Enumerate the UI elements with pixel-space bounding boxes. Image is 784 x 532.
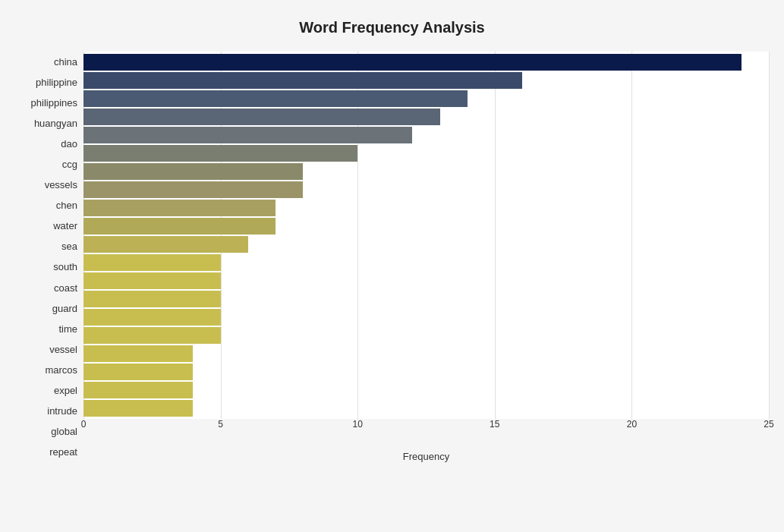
y-labels: chinaphilippinephilippineshuangyandaoccg… <box>15 52 83 462</box>
x-labels-wrapper: 0510152025 <box>83 419 769 434</box>
y-label-water: water <box>53 216 77 236</box>
y-label-south: south <box>53 257 77 277</box>
bar-philippines <box>83 90 468 107</box>
y-label-guard: guard <box>52 298 77 318</box>
x-tick-10: 10 <box>353 419 363 430</box>
y-label-huangyan: huangyan <box>34 114 77 134</box>
grid-line-25 <box>769 52 770 419</box>
chart-container: Word Frequency Analysis chinaphilippinep… <box>0 0 784 532</box>
bar-row-ccg <box>83 144 769 162</box>
bar-intrude <box>83 364 193 380</box>
y-label-ccg: ccg <box>62 155 77 175</box>
bar-sea <box>83 218 276 235</box>
y-label-sea: sea <box>61 237 77 257</box>
bar-row-chen <box>83 181 769 199</box>
y-label-chen: chen <box>56 196 77 216</box>
bar-row-guard <box>83 272 769 290</box>
bar-row-expel <box>83 345 769 363</box>
bar-vessels <box>83 163 303 180</box>
bar-dao <box>83 127 412 143</box>
bar-huangyan <box>83 109 440 125</box>
bar-expel <box>83 345 193 362</box>
x-tick-0: 0 <box>81 419 87 430</box>
chart-title: Word Frequency Analysis <box>15 15 769 36</box>
bar-row-dao <box>83 126 769 144</box>
bar-guard <box>83 272 221 289</box>
y-label-time: time <box>58 319 77 338</box>
x-axis-title: Frequency <box>83 451 769 462</box>
bar-row-vessel <box>83 308 769 326</box>
y-label-expel: expel <box>54 380 77 400</box>
bar-global <box>83 382 193 398</box>
bar-row-global <box>83 381 769 399</box>
bar-marcos <box>83 327 221 344</box>
bar-china <box>83 54 741 71</box>
bar-row-china <box>83 53 769 71</box>
x-tick-20: 20 <box>627 419 637 430</box>
bar-row-marcos <box>83 326 769 345</box>
bars-and-grid: 0510152025 Frequency <box>83 52 769 462</box>
bar-ccg <box>83 145 357 162</box>
x-tick-25: 25 <box>764 419 773 430</box>
bar-row-huangyan <box>83 108 769 126</box>
bar-repeat <box>83 400 193 417</box>
x-tick-5: 5 <box>218 419 223 430</box>
bar-coast <box>83 254 221 271</box>
y-label-china: china <box>54 52 77 72</box>
bar-chen <box>83 181 303 198</box>
y-label-repeat: repeat <box>49 442 77 461</box>
chart-area: chinaphilippinephilippineshuangyandaoccg… <box>15 52 769 462</box>
bar-row-repeat <box>83 399 769 417</box>
bars-container <box>83 52 769 419</box>
y-label-coast: coast <box>54 278 77 297</box>
bar-row-coast <box>83 253 769 272</box>
y-label-marcos: marcos <box>45 360 77 379</box>
bar-row-intrude <box>83 363 769 381</box>
y-label-philippines: philippines <box>31 93 77 113</box>
bar-water <box>83 200 276 216</box>
bar-philippine <box>83 72 522 89</box>
bar-south <box>83 236 248 253</box>
bar-row-south <box>83 235 769 253</box>
bar-time <box>83 291 221 307</box>
bar-vessel <box>83 309 221 326</box>
x-tick-15: 15 <box>490 419 499 430</box>
grid-and-bars <box>83 52 769 419</box>
y-label-philippine: philippine <box>36 73 77 93</box>
bar-row-sea <box>83 217 769 235</box>
y-label-vessels: vessels <box>45 175 77 195</box>
y-label-global: global <box>51 421 77 441</box>
y-label-dao: dao <box>61 134 77 154</box>
bar-row-time <box>83 290 769 308</box>
y-label-vessel: vessel <box>49 339 77 359</box>
bar-row-water <box>83 199 769 217</box>
bar-row-vessels <box>83 162 769 181</box>
bar-row-philippines <box>83 90 769 108</box>
bar-row-philippine <box>83 71 769 90</box>
y-label-intrude: intrude <box>47 401 77 420</box>
